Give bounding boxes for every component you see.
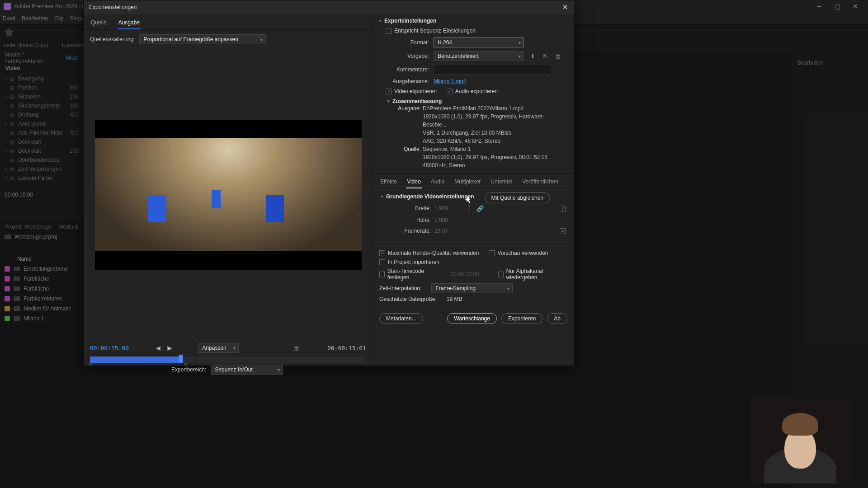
summary-header[interactable]: Zusammenfassung <box>387 98 567 104</box>
match-source-button[interactable]: Mit Quelle abgleichen <box>485 192 550 203</box>
save-preset-icon[interactable]: ⬇ <box>528 52 537 60</box>
width-match-checkbox[interactable] <box>560 206 566 211</box>
import-preset-icon[interactable]: ⇱ <box>541 52 549 60</box>
metadata-button[interactable]: Metadaten... <box>379 313 423 324</box>
framerate-match-checkbox[interactable] <box>560 228 566 234</box>
queue-button[interactable]: Warteschlange <box>447 313 497 324</box>
tab-effects[interactable]: Effekte <box>379 177 398 188</box>
comments-input[interactable] <box>434 65 551 75</box>
width-value[interactable]: 1 920 <box>434 205 462 211</box>
preset-select[interactable]: Benutzerdefiniert <box>434 51 524 61</box>
export-range-label: Exportbereich: <box>171 366 206 373</box>
aspect-ratio-icon[interactable]: ▦ <box>292 344 300 352</box>
format-label: Format: <box>379 39 429 46</box>
format-select[interactable]: H.264 <box>434 38 524 47</box>
step-forward-button[interactable]: |▶ <box>167 345 172 351</box>
timeline-slider[interactable]: ▽▽ <box>90 357 366 363</box>
dialog-title: Exporteinstellungen <box>89 4 137 10</box>
match-sequence-checkbox[interactable]: Entspricht Sequenz-Einstellungen <box>386 28 476 34</box>
export-settings-header[interactable]: Exporteinstellungen <box>379 18 567 24</box>
tab-multiplexer[interactable]: Multiplexer <box>453 177 481 188</box>
time-interpolation-select[interactable]: Frame-Sampling <box>431 283 513 293</box>
preview-monitor <box>95 120 362 270</box>
tab-captions[interactable]: Untertitel <box>490 177 513 188</box>
link-icon[interactable]: 🔗 <box>476 204 484 212</box>
source-scaling-select[interactable]: Proportional auf Framegröße anpassen <box>139 34 266 44</box>
timecode-out: 00:00:15:01 <box>327 345 366 352</box>
import-into-project-checkbox[interactable]: In Projekt importieren <box>379 259 439 265</box>
time-interpolation-label: Zeit-Interpolation: <box>379 285 421 291</box>
export-video-checkbox[interactable]: Video exportieren <box>386 88 437 94</box>
output-name-link[interactable]: Milano 1.mp4 <box>434 78 466 84</box>
webcam-overlay <box>750 398 850 483</box>
export-settings-dialog: Exporteinstellungen ✕ Quelle Ausgabe Que… <box>83 0 574 366</box>
tab-output[interactable]: Ausgabe <box>118 18 141 29</box>
tab-publish[interactable]: Veröffentlichen <box>521 177 559 188</box>
estimated-size-label: Geschätzte Dateigröße: <box>379 296 437 302</box>
export-range-select[interactable]: Sequenz In/Out <box>211 365 283 375</box>
cancel-button[interactable]: Ab <box>547 313 567 324</box>
output-name-label: Ausgabename: <box>379 78 429 84</box>
export-audio-checkbox[interactable]: Audio exportieren <box>447 88 498 94</box>
export-button[interactable]: Exportieren <box>501 313 542 324</box>
estimated-size-value: 19 MB <box>447 296 462 302</box>
tab-video[interactable]: Video <box>406 177 421 188</box>
step-back-button[interactable]: ◀| <box>156 345 161 351</box>
max-render-quality-checkbox[interactable]: Maximale Render-Qualität verwenden <box>379 250 479 256</box>
tab-source[interactable]: Quelle <box>90 18 108 29</box>
use-previews-checkbox[interactable]: Vorschau verwenden <box>489 250 548 256</box>
preset-label: Vorgabe: <box>379 53 429 59</box>
set-start-timecode-checkbox[interactable]: Start-Timecode festlegen <box>379 268 441 281</box>
comments-label: Kommentare: <box>379 66 429 73</box>
delete-preset-icon[interactable]: 🗑 <box>554 52 562 60</box>
fit-select[interactable]: Anpassen <box>198 343 239 353</box>
render-alpha-only-checkbox[interactable]: Nur Alphakanal wiedergeben <box>498 268 567 281</box>
tab-audio[interactable]: Audio <box>430 177 446 188</box>
framerate-value[interactable]: 29,97 <box>434 228 462 234</box>
height-label: Höhe: <box>381 217 431 223</box>
start-timecode-value: 00:00:00:00 <box>451 271 479 277</box>
framerate-label: Framerate: <box>381 228 431 234</box>
close-icon[interactable]: ✕ <box>562 3 568 11</box>
width-label: Breite: <box>381 205 431 211</box>
timecode-in[interactable]: 00:00:15:00 <box>90 345 129 352</box>
height-value[interactable]: 1 080 <box>434 217 462 223</box>
source-scaling-label: Quellenskalierung: <box>90 36 135 42</box>
